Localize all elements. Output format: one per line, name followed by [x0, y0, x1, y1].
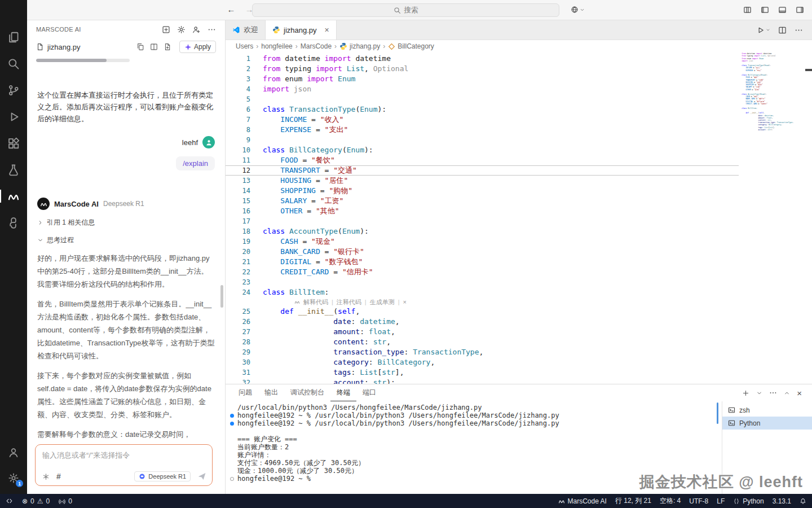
ai-code-actions[interactable]: 解释代码|注释代码|生成单测|× — [226, 297, 812, 306]
panel-more-icon[interactable] — [769, 389, 777, 397]
sidebar-scrollbar[interactable] — [220, 285, 223, 308]
breadcrumb-hongfeilee[interactable]: hongfeilee — [261, 42, 292, 50]
panel-maximize-icon[interactable] — [784, 390, 790, 396]
tab-jizhang.py[interactable]: jizhang.py× — [266, 20, 337, 40]
code-line-11[interactable]: 11 FOOD = "餐饮" — [226, 155, 812, 165]
breadcrumb-Users[interactable]: Users — [236, 42, 253, 50]
code-action[interactable]: 解释代码 — [303, 298, 328, 306]
code-line-5[interactable]: 5 — [226, 94, 812, 104]
activity-item-testing[interactable] — [0, 156, 27, 183]
run-button[interactable] — [756, 26, 770, 34]
code-line-6[interactable]: 6class TransactionType(Enum): — [226, 104, 812, 115]
editor-scrollbar[interactable] — [805, 52, 812, 384]
code-line-2[interactable]: 2from typing import List, Optional — [226, 64, 812, 74]
status-cursor-position[interactable]: 行 12, 列 21 — [615, 496, 651, 506]
status-marscode[interactable]: MarsCode AI — [558, 497, 607, 505]
breadcrumb-MarsCode[interactable]: MarsCode — [301, 42, 332, 50]
thinking-section[interactable]: 思考过程 — [37, 235, 215, 245]
chat-settings-button[interactable] — [177, 25, 186, 34]
activity-item-settings[interactable]: 1 — [0, 465, 27, 491]
search-options-button[interactable] — [571, 6, 585, 14]
terminal-dropdown-icon[interactable] — [756, 390, 762, 396]
code-line-32[interactable]: 32 account: str): — [739, 129, 805, 131]
activity-item-extensions[interactable] — [0, 130, 27, 156]
problems-status[interactable]: ⊗0 ⚠0 — [22, 497, 50, 505]
terminal-session-Python[interactable]: Python — [722, 417, 812, 430]
code-line-23[interactable]: 23 — [226, 277, 812, 287]
chat-input[interactable]: 输入消息或者“/”来选择指令 # Deepseek R1 — [35, 444, 213, 486]
columns-icon[interactable] — [743, 6, 752, 14]
code-line-24[interactable]: 24class BillItem: — [226, 287, 812, 297]
code-line-13[interactable]: 13 HOUSING = "居住" — [226, 176, 812, 186]
panel-tab-终端[interactable]: 终端 — [330, 384, 356, 401]
back-button[interactable]: ← — [226, 5, 237, 14]
panel-left-icon[interactable] — [761, 6, 769, 14]
copy-icon[interactable] — [136, 43, 144, 51]
status-language-mode[interactable]: Python — [733, 497, 764, 505]
status-eol[interactable]: LF — [717, 497, 725, 505]
breadcrumb-BillCategory[interactable]: BillCategory — [388, 42, 434, 50]
invite-button[interactable] — [192, 25, 201, 34]
new-chat-button[interactable] — [162, 25, 170, 34]
remote-indicator[interactable] — [6, 497, 13, 505]
code-line-9[interactable]: 9 — [226, 135, 812, 145]
send-icon[interactable] — [197, 472, 206, 481]
global-search-input[interactable]: 搜索 — [252, 3, 559, 17]
panel-close-icon[interactable]: × — [797, 388, 802, 398]
code-line-8[interactable]: 8 EXPENSE = "支出" — [226, 125, 812, 135]
code-line-18[interactable]: 18class AccountType(Enum): — [226, 226, 812, 237]
code-line-16[interactable]: 16 OTHER = "其他" — [226, 206, 812, 216]
close-icon[interactable]: × — [325, 25, 329, 34]
code-line-4[interactable]: 4import json — [226, 84, 812, 94]
context-hash-button[interactable]: # — [56, 472, 61, 481]
code-line-32[interactable]: 32 account: str): — [226, 378, 812, 384]
status-python-version[interactable]: 3.13.1 — [773, 497, 791, 505]
panel-bottom-icon[interactable] — [778, 6, 787, 14]
code-line-28[interactable]: 28 content: str, — [226, 337, 812, 347]
status-encoding[interactable]: UTF-8 — [689, 497, 708, 505]
code-line-27[interactable]: 27 amount: float, — [226, 327, 812, 337]
code-editor[interactable]: 1from datetime import datetime2from typi… — [226, 52, 812, 384]
code-line-3[interactable]: 3from enum import Enum — [226, 74, 812, 84]
code-action[interactable]: 注释代码 — [337, 298, 361, 306]
code-line-12[interactable]: 12 TRANSPORT = "交通" — [226, 165, 812, 176]
insert-file-icon[interactable] — [164, 43, 171, 51]
panel-tab-端口[interactable]: 端口 — [356, 384, 382, 401]
editor-more-icon[interactable] — [795, 26, 803, 34]
code-line-14[interactable]: 14 SHOPPING = "购物" — [226, 186, 812, 196]
code-line-25[interactable]: 25 def __init__(self, — [226, 306, 812, 317]
model-selector[interactable]: Deepseek R1 — [134, 471, 191, 481]
activity-item-explorer[interactable] — [0, 24, 27, 50]
minimap[interactable]: 1from datetime import datetime2from typi… — [739, 52, 805, 384]
split-editor-icon[interactable] — [778, 26, 787, 34]
code-line-24[interactable]: 24class BillItem: — [739, 107, 805, 110]
code-line-21[interactable]: 21 DIGITAL = "数字钱包" — [226, 257, 812, 267]
code-line-22[interactable]: 22 CREDIT_CARD = "信用卡" — [226, 267, 812, 277]
apply-button[interactable]: Apply — [179, 41, 216, 53]
code-line-7[interactable]: 7 INCOME = "收入" — [226, 115, 812, 125]
activity-item-marscode-ai[interactable] — [0, 183, 27, 209]
activity-item-python[interactable] — [0, 209, 27, 236]
breadcrumb-jizhang.py[interactable]: jizhang.py — [339, 42, 380, 50]
code-line-20[interactable]: 20 BANK_CARD = "银行卡" — [226, 247, 812, 257]
panel-right-icon[interactable] — [796, 6, 804, 14]
activity-item-accounts[interactable] — [0, 440, 27, 465]
panel-tab-问题[interactable]: 问题 — [232, 384, 258, 401]
panel-tab-输出[interactable]: 输出 — [258, 384, 284, 401]
code-line-1[interactable]: 1from datetime import datetime — [226, 54, 812, 64]
activity-item-run-debug[interactable] — [0, 103, 27, 130]
activity-item-search[interactable] — [0, 50, 27, 77]
terminal-output[interactable]: /usr/local/bin/python3 /Users/hongfeilee… — [230, 404, 716, 492]
terminal-scrollbar[interactable] — [717, 402, 718, 424]
code-line-15[interactable]: 15 SALARY = "工资" — [226, 196, 812, 206]
close-icon[interactable]: × — [403, 299, 407, 305]
terminal-session-zsh[interactable]: zsh — [722, 404, 812, 417]
panel-tab-调试控制台[interactable]: 调试控制台 — [284, 384, 330, 401]
tab-欢迎[interactable]: 欢迎 — [226, 20, 266, 40]
status-notifications[interactable] — [800, 498, 806, 505]
more-actions-button[interactable] — [208, 25, 216, 34]
code-line-29[interactable]: 29 transaction_type: TransactionType, — [226, 347, 812, 357]
code-line-17[interactable]: 17 — [226, 216, 812, 226]
code-action[interactable]: 生成单测 — [370, 298, 395, 306]
split-icon[interactable] — [150, 43, 158, 51]
